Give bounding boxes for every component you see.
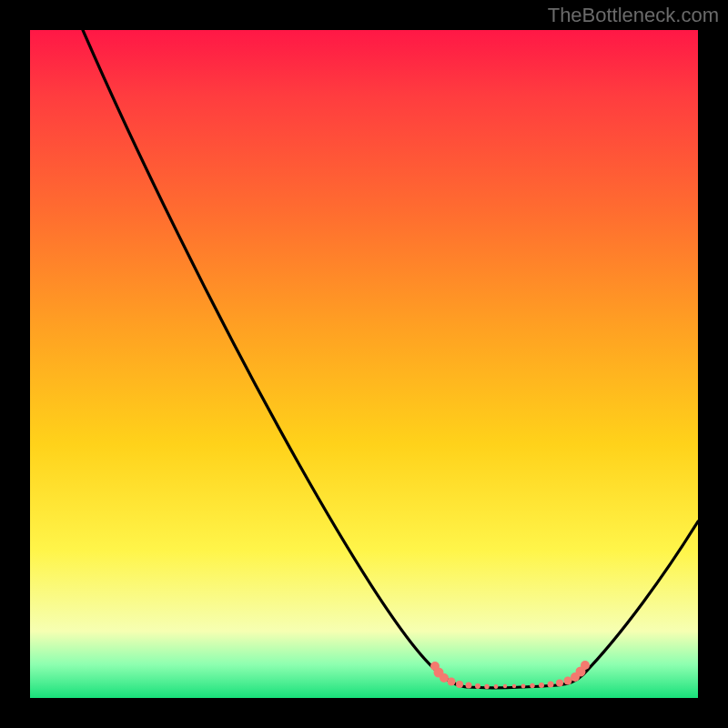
- svg-point-15: [556, 680, 563, 687]
- svg-point-10: [512, 684, 516, 688]
- svg-point-3: [448, 678, 456, 686]
- svg-point-2: [440, 673, 449, 682]
- svg-point-9: [503, 684, 507, 688]
- chart-root: TheBottleneck.com: [0, 0, 728, 728]
- watermark-text: TheBottleneck.com: [548, 4, 719, 27]
- svg-point-8: [494, 684, 499, 689]
- svg-point-11: [521, 684, 526, 689]
- svg-point-6: [475, 683, 480, 689]
- bottleneck-curve: [83, 30, 698, 688]
- svg-point-4: [456, 681, 463, 688]
- svg-point-13: [539, 682, 544, 688]
- left-dot-cluster: [430, 662, 507, 689]
- svg-point-5: [466, 682, 472, 689]
- svg-point-12: [530, 683, 534, 688]
- svg-point-7: [484, 684, 489, 689]
- svg-point-14: [548, 682, 554, 688]
- right-dot-cluster: [512, 661, 590, 688]
- plot-svg: [30, 30, 698, 698]
- plot-area: [30, 30, 698, 698]
- svg-point-19: [581, 661, 590, 670]
